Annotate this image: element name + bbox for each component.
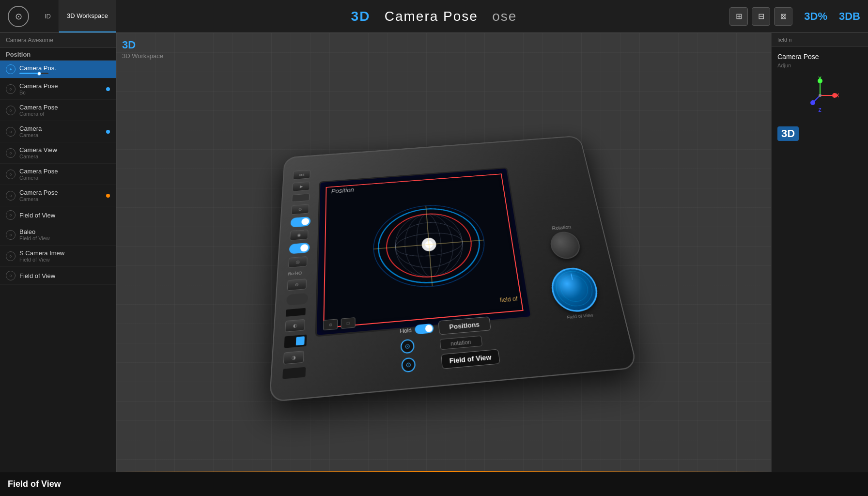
toggle-thumb-2 (300, 244, 309, 252)
toggle-thumb-1 (301, 218, 309, 225)
sidebar-sub-6: Camera (19, 196, 104, 202)
tab-id[interactable]: ID (37, 0, 59, 32)
fov-knob[interactable] (548, 266, 602, 313)
side-text: Ro·l·IO (288, 270, 302, 276)
fov-knob-area: Field of View (548, 266, 604, 321)
rotation-dial[interactable]: ⊙ (400, 339, 415, 354)
screen-fov-label: field of (499, 295, 518, 304)
sidebar-content-10: Field of View (19, 272, 110, 279)
sidebar-label-5: Camera Pose (19, 168, 110, 175)
device-3d: crs ▶ ⊙ ◉ ◎ Ro·l·IO ⊖ (269, 136, 637, 403)
sidebar-header: Camera Awesome (0, 33, 116, 48)
side-btn-7[interactable]: ◐ (285, 319, 305, 332)
viewport[interactable]: crs ▶ ⊙ ◉ ◎ Ro·l·IO ⊖ (116, 33, 771, 472)
view-label: 3D% (804, 10, 827, 23)
sidebar-item-2[interactable]: ○ Camera Pose Camera of (0, 100, 116, 121)
sidebar-icon-10: ○ (6, 271, 16, 280)
sidebar-sub-2: Camera of (19, 111, 110, 117)
rotation-knob-area: Rotation (547, 224, 582, 260)
toggle-indicator (296, 336, 305, 345)
sidebar-label-4: Camera View (19, 146, 110, 154)
toggle-3[interactable] (286, 293, 308, 306)
logo-icon: ⊙ (8, 6, 29, 27)
right-panel-content: Camera Pose Adjun X Y Z 3D (772, 47, 868, 147)
toggle-4[interactable] (284, 335, 307, 348)
sidebar-content-5: Camera Pose Camera (19, 168, 110, 181)
sidebar-slider-0[interactable] (19, 73, 110, 74)
sidebar-item-5[interactable]: ○ Camera Pose Camera (0, 164, 116, 185)
sidebar: Camera Awesome Position ● Camera Pos. ○ … (0, 33, 116, 472)
sidebar-sub-4: Camera (19, 154, 110, 159)
sidebar-sub-5: Camera (19, 175, 110, 181)
device-body: crs ▶ ⊙ ◉ ◎ Ro·l·IO ⊖ (269, 136, 637, 403)
rotation-row: notation (439, 334, 497, 350)
sidebar-icon-3: ○ (6, 127, 16, 137)
svg-point-15 (558, 275, 590, 303)
top-bar: ⊙ ID 3D Workspace 3D Camera Pose ose ⊞ ⊟… (0, 0, 868, 33)
sidebar-item-1[interactable]: ○ Camera Pose Bc (0, 78, 116, 100)
sidebar-label-1: Camera Pose (19, 82, 104, 90)
sidebar-content-6: Camera Pose Camera (19, 189, 104, 202)
sidebar-label-3: Camera (19, 125, 104, 132)
sidebar-item-0[interactable]: ● Camera Pos. (0, 61, 116, 78)
mini-slider-0[interactable] (19, 73, 48, 74)
sidebar-icon-6: ○ (6, 191, 16, 201)
fov-toggle-row: ⊙ (401, 355, 436, 372)
side-display (292, 193, 310, 202)
side-btn-5[interactable]: ◎ (288, 256, 308, 268)
side-btn-4[interactable]: ◉ (290, 230, 309, 241)
fov-knob-svg (551, 268, 598, 310)
sidebar-item-6[interactable]: ○ Camera Pose Camera (0, 185, 116, 206)
top-bar-right: ⊞ ⊟ ⊠ 3D% 3DB (729, 7, 868, 26)
left-toggles: Hold ⊙ ⊙ (400, 324, 436, 373)
side-btn-1[interactable]: crs (293, 170, 310, 179)
right-panel: field n Camera Pose Adjun X Y Z (771, 33, 868, 472)
sidebar-item-9[interactable]: ○ S Camera Imew Field of View (0, 246, 116, 267)
sidebar-sub-1: Bc (19, 90, 104, 95)
app-logo[interactable]: ⊙ (4, 2, 33, 31)
status-field-of-view: Field of View (8, 479, 61, 489)
sidebar-icon-0: ● (6, 64, 16, 74)
sidebar-label-7: Field of View (19, 212, 110, 219)
sidebar-item-8[interactable]: ○ Baleo Field of View (0, 224, 116, 246)
hold-toggle[interactable] (415, 324, 434, 335)
side-btn-6[interactable]: ⊖ (287, 279, 307, 291)
screen-btn-2[interactable]: □ (341, 317, 356, 329)
slider-thumb-0[interactable] (37, 72, 41, 76)
hold-label: Hold (400, 327, 412, 334)
right-panel-header-label: field n (777, 37, 862, 43)
top-tabs: ID 3D Workspace (37, 0, 116, 32)
screen-btn-1[interactable]: ⊙ (323, 319, 338, 330)
toggle-2[interactable] (289, 243, 310, 254)
sidebar-dot-3 (106, 130, 110, 134)
sidebar-item-10[interactable]: ○ Field of View (0, 267, 116, 285)
sidebar-label-0: Camera Pos. (19, 64, 110, 72)
sidebar-item-4[interactable]: ○ Camera View Camera (0, 142, 116, 164)
sidebar-position-title: Position (0, 48, 116, 61)
hold-toggle-thumb (425, 325, 433, 332)
sidebar-content-2: Camera Pose Camera of (19, 104, 110, 117)
side-btn-3[interactable]: ⊙ (291, 204, 310, 215)
side-btn-2[interactable]: ▶ (292, 182, 310, 192)
bottom-controls: Hold ⊙ ⊙ (400, 316, 500, 372)
svg-point-23 (819, 94, 822, 97)
rotation-knob[interactable] (548, 231, 582, 260)
right-panel-header: field n (772, 33, 868, 47)
side-btn-8[interactable]: ◑ (283, 351, 304, 365)
svg-point-22 (810, 100, 815, 105)
fov-dial[interactable]: ⊙ (401, 357, 416, 372)
field-of-view-btn[interactable]: Field of View (441, 349, 500, 369)
title-suffix: ose (492, 9, 517, 24)
right-panel-sub: Adjun (777, 62, 862, 68)
toggle-1[interactable] (290, 217, 310, 228)
device-screen: Position field of ⊙ □ (315, 167, 533, 337)
sidebar-item-7[interactable]: ○ Field of View (0, 206, 116, 224)
icon-btn-1[interactable]: ⊞ (729, 7, 748, 26)
tab-3d-workspace[interactable]: 3D Workspace (59, 0, 116, 32)
sidebar-item-3[interactable]: ○ Camera Camera (0, 121, 116, 142)
icon-btn-2[interactable]: ⊟ (752, 7, 770, 26)
sidebar-icon-7: ○ (6, 210, 16, 220)
gizmo-x-label: X (836, 93, 839, 98)
sidebar-content-3: Camera Camera (19, 125, 104, 138)
icon-btn-3[interactable]: ⊠ (774, 7, 792, 26)
